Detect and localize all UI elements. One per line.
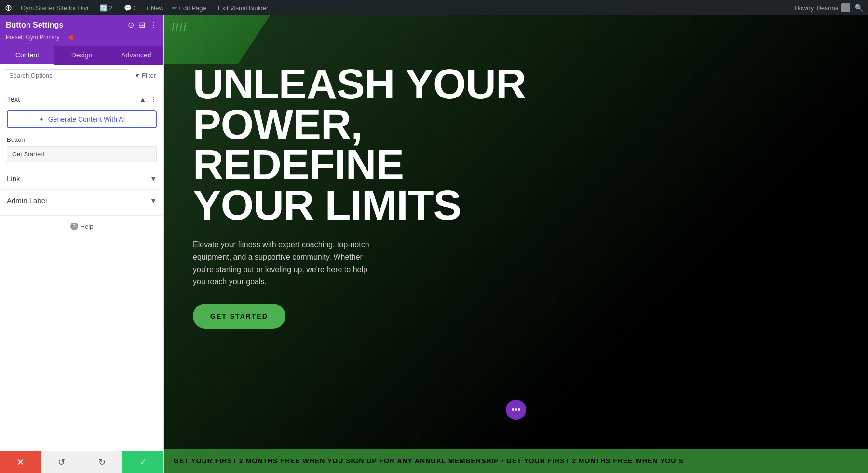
filter-button[interactable]: ▼ Filter (131, 70, 159, 81)
panel-header: Button Settings ⊙ ⊞ ⋮ Preset: Gym Primar… (0, 15, 163, 46)
undo-icon: ↺ (58, 457, 65, 468)
help-section: ? Help (0, 215, 163, 237)
save-icon: ✓ (139, 457, 147, 468)
sync-count: 2 (109, 4, 112, 12)
avatar (841, 3, 850, 12)
button-field-group: Button Get Started (0, 134, 163, 167)
hero-title-line2: POWER, REDEFINE (193, 100, 404, 189)
new-button[interactable]: + New (146, 4, 163, 12)
filter-icon: ▼ (134, 72, 140, 79)
preview-area: //// UNLEASH YOUR POWER, REDEFINE YOUR L… (164, 15, 868, 473)
button-text-input[interactable]: Get Started (7, 146, 157, 162)
wp-logo-icon: ⊕ (5, 2, 12, 13)
text-section-title: Text (7, 95, 20, 103)
panel-preset[interactable]: Preset: Gym Primary ◄ (6, 31, 158, 42)
marquee-text: GET YOUR FIRST 2 MONTHS FREE WHEN YOU SI… (164, 457, 693, 465)
dots-icon: ••• (512, 405, 521, 415)
marquee-strip: GET YOUR FIRST 2 MONTHS FREE WHEN YOU SI… (164, 449, 868, 473)
hero-content: UNLEASH YOUR POWER, REDEFINE YOUR LIMITS… (193, 35, 530, 329)
text-section: Text ▲ ⋮ ✦ Generate Content With AI Butt… (0, 92, 163, 167)
ai-button-wrap: ✦ Generate Content With AI (0, 106, 163, 134)
undo-button[interactable]: ↺ (41, 451, 82, 473)
link-section-header[interactable]: Link ▼ (7, 170, 157, 186)
admin-label-section-header[interactable]: Admin Label ▼ (7, 193, 157, 209)
exit-builder-link[interactable]: Exit Visual Builder (215, 4, 271, 12)
refresh-icon[interactable]: ⊙ (128, 20, 134, 29)
panel-title: Button Settings (6, 21, 63, 29)
redo-button[interactable]: ↻ (82, 451, 123, 473)
close-button[interactable]: ✕ (0, 451, 41, 473)
sync-icon: 🔄 (100, 4, 108, 12)
hero-section: //// UNLEASH YOUR POWER, REDEFINE YOUR L… (164, 15, 868, 449)
tab-advanced[interactable]: Advanced (109, 46, 163, 65)
sync-item[interactable]: 🔄 2 (97, 4, 115, 12)
link-chevron-icon[interactable]: ▼ (150, 175, 157, 182)
text-dots-icon[interactable]: ⋮ (150, 96, 157, 103)
text-chevron-icon[interactable]: ▲ (139, 96, 146, 103)
ai-icon: ✦ (39, 115, 44, 123)
red-arrow-icon: ◄ (65, 31, 75, 42)
hero-slashes: //// (172, 21, 187, 34)
help-link[interactable]: ? Help (7, 223, 157, 230)
more-options-icon[interactable]: ⋮ (150, 20, 158, 29)
text-section-header[interactable]: Text ▲ ⋮ (0, 92, 163, 106)
site-name-text: Gym Starter Site for Divi (21, 4, 88, 12)
panel-tabs: Content Design Advanced (0, 46, 163, 65)
search-input[interactable] (5, 69, 128, 82)
tab-content[interactable]: Content (0, 46, 54, 65)
admin-search-icon[interactable]: 🔍 (855, 4, 863, 12)
hero-title: UNLEASH YOUR POWER, REDEFINE YOUR LIMITS (193, 64, 530, 225)
panel-content: Text ▲ ⋮ ✦ Generate Content With AI Butt… (0, 86, 163, 451)
tab-design[interactable]: Design (54, 46, 109, 65)
close-icon: ✕ (17, 457, 24, 468)
panel-header-icons: ⊙ ⊞ ⋮ (128, 20, 158, 29)
comment-count: 0 (133, 4, 136, 12)
comment-item[interactable]: 💬 0 (121, 4, 139, 12)
comment-icon: 💬 (124, 4, 132, 12)
admin-label-section: Admin Label ▼ (0, 189, 163, 211)
link-section: Link ▼ (0, 167, 163, 189)
hero-title-line3: YOUR LIMITS (193, 181, 461, 229)
edit-page-link[interactable]: ✏ Edit Page (169, 4, 209, 12)
redo-icon: ↻ (98, 457, 106, 468)
text-section-controls: ▲ ⋮ (139, 96, 157, 103)
save-button[interactable]: ✓ (122, 451, 163, 473)
button-field-label: Button (7, 136, 157, 143)
floating-dots-button[interactable]: ••• (506, 400, 526, 420)
hero-subtitle: Elevate your fitness with expert coachin… (193, 238, 376, 288)
admin-label-chevron-icon[interactable]: ▼ (150, 197, 157, 205)
howdy-text: Howdy, Deanna (794, 3, 850, 12)
main-layout: Button Settings ⊙ ⊞ ⋮ Preset: Gym Primar… (0, 15, 868, 473)
left-panel: Button Settings ⊙ ⊞ ⋮ Preset: Gym Primar… (0, 15, 164, 473)
hero-cta-button[interactable]: GET STARTED (193, 304, 285, 329)
panel-search: ▼ Filter (0, 65, 163, 86)
admin-bar: ⊕ Gym Starter Site for Divi 🔄 2 💬 0 + Ne… (0, 0, 868, 15)
site-name-link[interactable]: Gym Starter Site for Divi (18, 4, 91, 12)
admin-label-section-title: Admin Label (7, 196, 47, 205)
bottom-toolbar: ✕ ↺ ↻ ✓ (0, 451, 163, 473)
help-circle-icon: ? (70, 223, 78, 230)
ai-generate-button[interactable]: ✦ Generate Content With AI (7, 110, 157, 128)
layout-icon[interactable]: ⊞ (139, 20, 145, 29)
link-section-title: Link (7, 174, 20, 182)
